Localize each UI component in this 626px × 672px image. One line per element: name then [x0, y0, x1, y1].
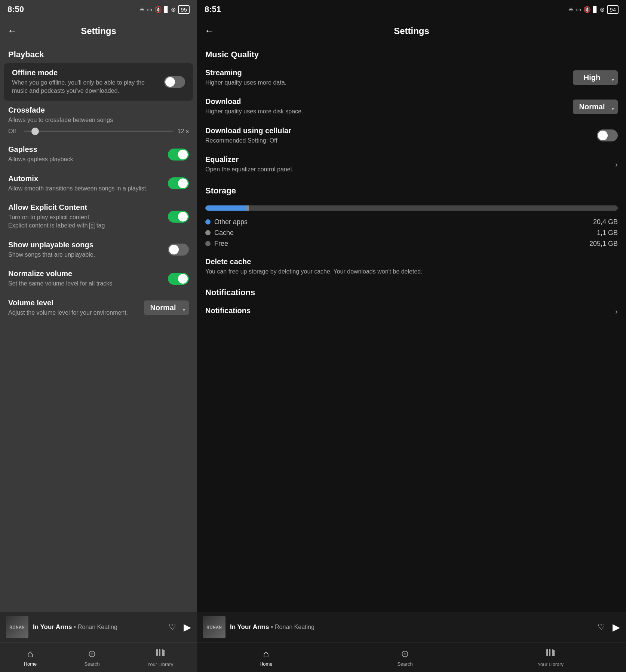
- svg-rect-3: [549, 649, 550, 656]
- automix-text: Automix Allow smooth transitions between…: [8, 174, 168, 193]
- status-bar-right: 8:51 ✳ ▭ 🔇 ▊ ⊛ 94: [197, 0, 626, 19]
- streaming-dropdown[interactable]: High: [573, 70, 618, 85]
- normalize-title: Normalize volume: [8, 269, 163, 278]
- mute-icon: 🔇: [154, 6, 162, 13]
- section-notifications: Notifications: [197, 281, 626, 301]
- setting-normalize[interactable]: Normalize volume Set the same volume lev…: [0, 264, 197, 293]
- cellular-title: Download using cellular: [205, 126, 592, 135]
- setting-automix[interactable]: Automix Allow smooth transitions between…: [0, 169, 197, 198]
- delete-cache-subtitle: You can free up storage by deleting your…: [205, 268, 613, 276]
- crossfade-slider-row: Off 12 s: [8, 124, 189, 135]
- normalize-subtitle: Set the same volume level for all tracks: [8, 280, 163, 288]
- nav-search-left[interactable]: ⊙ Search: [84, 648, 99, 667]
- gapless-title: Gapless: [8, 145, 163, 154]
- np-album-art-right: RONAN: [203, 616, 225, 638]
- setting-delete-cache[interactable]: Delete cache You can free up storage by …: [197, 252, 626, 281]
- page-title-left: Settings: [81, 26, 116, 36]
- play-button-right[interactable]: ▶: [613, 621, 620, 633]
- cellular-toggle[interactable]: [597, 129, 618, 141]
- nav-home-left[interactable]: ⌂ Home: [24, 648, 37, 667]
- now-playing-bar-right: RONAN In Your Arms • Ronan Keating ♡ ▶: [197, 612, 626, 642]
- np-art-inner-left: RONAN: [6, 616, 28, 638]
- nav-library-left[interactable]: Your Library: [147, 648, 174, 667]
- setting-unplayable[interactable]: Show unplayable songs Show songs that ar…: [0, 235, 197, 264]
- status-time-right: 8:51: [205, 4, 221, 14]
- battery-percent: 95: [178, 5, 190, 14]
- toggle-thumb: [169, 245, 179, 254]
- back-button-left[interactable]: ←: [7, 25, 17, 37]
- normalize-toggle[interactable]: [168, 273, 189, 285]
- volume-level-text: Volume level Adjust the volume level for…: [8, 299, 144, 317]
- automix-toggle[interactable]: [168, 177, 189, 189]
- automix-title: Automix: [8, 174, 163, 183]
- setting-gapless[interactable]: Gapless Allows gapless playback: [0, 140, 197, 169]
- unplayable-toggle[interactable]: [168, 244, 189, 256]
- nav-library-right[interactable]: Your Library: [537, 648, 564, 667]
- bottom-nav-left: ⌂ Home ⊙ Search Your Library: [0, 642, 197, 672]
- setting-offline-mode[interactable]: Offline mode When you go offline, you'll…: [4, 63, 193, 101]
- volume-level-dropdown[interactable]: Normal: [144, 300, 189, 315]
- crossfade-max-label: 12 s: [178, 128, 189, 135]
- heart-button-left[interactable]: ♡: [169, 622, 176, 632]
- streaming-text: Streaming Higher quality uses more data.: [205, 68, 573, 87]
- np-controls-right: ♡ ▶: [598, 621, 620, 633]
- home-icon-right: ⌂: [263, 648, 269, 660]
- setting-volume-level[interactable]: Volume level Adjust the volume level for…: [0, 293, 197, 322]
- download-dropdown[interactable]: Normal: [573, 100, 618, 114]
- np-info-right: In Your Arms • Ronan Keating: [230, 623, 593, 631]
- automix-subtitle: Allow smooth transitions between songs i…: [8, 184, 163, 193]
- status-icons-left: ✳ ▭ 🔇 ▊ ⊛ 95: [139, 5, 190, 14]
- storage-legend: Other apps 20,4 GB Cache 1,1 GB Free 205…: [197, 214, 626, 252]
- notifications-title: Notifications: [205, 306, 611, 315]
- gapless-toggle[interactable]: [168, 149, 189, 161]
- home-icon-left: ⌂: [27, 648, 33, 660]
- storage-size-other-apps: 20,4 GB: [593, 218, 618, 226]
- storage-size-cache: 1,1 GB: [597, 229, 618, 237]
- bluetooth-icon-r: ✳: [568, 6, 573, 13]
- explicit-toggle[interactable]: [168, 211, 189, 223]
- library-icon-right: [546, 648, 555, 660]
- np-album-art-left: RONAN: [6, 616, 28, 638]
- crossfade-subtitle: Allows you to crossfade between songs: [8, 116, 113, 124]
- setting-explicit[interactable]: Allow Explicit Content Turn on to play e…: [0, 198, 197, 235]
- storage-size-free: 205,1 GB: [589, 240, 618, 248]
- setting-notifications[interactable]: Notifications ›: [197, 301, 626, 322]
- toggle-thumb: [598, 131, 608, 140]
- storage-label-cache: Cache: [214, 229, 593, 237]
- section-storage: Storage: [197, 179, 626, 199]
- crossfade-track[interactable]: [24, 131, 173, 132]
- library-label-right: Your Library: [537, 662, 564, 667]
- setting-streaming[interactable]: Streaming Higher quality uses more data.…: [197, 63, 626, 92]
- nav-home-right[interactable]: ⌂ Home: [260, 648, 273, 667]
- wifi-icon: ⊛: [171, 6, 176, 13]
- heart-button-right[interactable]: ♡: [598, 622, 605, 632]
- download-text: Download Higher quality uses more disk s…: [205, 97, 573, 116]
- np-info-left: In Your Arms • Ronan Keating: [33, 623, 164, 631]
- setting-download-cellular[interactable]: Download using cellular Recommended Sett…: [197, 121, 626, 150]
- status-bar-left: 8:50 ✳ ▭ 🔇 ▊ ⊛ 95: [0, 0, 197, 19]
- streaming-subtitle: Higher quality uses more data.: [205, 79, 568, 87]
- setting-download[interactable]: Download Higher quality uses more disk s…: [197, 92, 626, 121]
- storage-bar: [205, 205, 618, 211]
- back-button-right[interactable]: ←: [205, 25, 214, 37]
- offline-mode-subtitle: When you go offline, you'll only be able…: [12, 79, 160, 95]
- toggle-thumb: [178, 212, 188, 222]
- np-title-right: In Your Arms • Ronan Keating: [230, 623, 593, 631]
- equalizer-text: Equalizer Open the equalizer control pan…: [205, 155, 615, 174]
- setting-equalizer[interactable]: Equalizer Open the equalizer control pan…: [197, 150, 626, 179]
- home-label-left: Home: [24, 661, 37, 667]
- nav-search-right[interactable]: ⊙ Search: [397, 648, 412, 667]
- bluetooth-icon: ✳: [139, 6, 144, 13]
- svg-rect-1: [159, 649, 160, 656]
- unplayable-title: Show unplayable songs: [8, 241, 163, 249]
- svg-rect-2: [546, 649, 548, 656]
- storage-bar-other-apps: [205, 205, 246, 211]
- cellular-text: Download using cellular Recommended Sett…: [205, 126, 597, 145]
- storage-item-cache: Cache 1,1 GB: [205, 229, 618, 237]
- cellular-subtitle: Recommended Setting: Off: [205, 137, 592, 145]
- battery-percent-r: 94: [607, 5, 619, 14]
- offline-mode-toggle[interactable]: [164, 76, 185, 88]
- play-button-left[interactable]: ▶: [184, 621, 191, 633]
- home-label-right: Home: [260, 661, 273, 667]
- explicit-text: Allow Explicit Content Turn on to play e…: [8, 203, 168, 230]
